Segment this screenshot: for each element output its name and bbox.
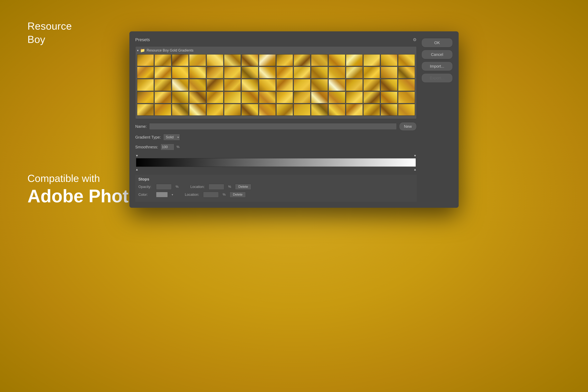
gear-icon[interactable]: ⚙ (413, 37, 417, 42)
gradient-swatch[interactable] (154, 54, 171, 66)
gradient-swatch[interactable] (189, 104, 206, 116)
gradient-type-select[interactable]: Solid Noise (163, 134, 180, 140)
gradient-swatch[interactable] (242, 54, 258, 66)
gradient-swatch[interactable] (276, 67, 293, 78)
gradient-swatch[interactable] (172, 104, 189, 116)
color-location-input[interactable] (203, 192, 219, 198)
chevron-icon[interactable]: ▾ (137, 48, 138, 52)
gradient-swatch[interactable] (294, 104, 310, 116)
gradient-swatch[interactable] (328, 67, 345, 78)
opacity-delete-button[interactable]: Delete (235, 184, 251, 190)
gradient-swatch[interactable] (172, 92, 189, 103)
gradient-swatch[interactable] (259, 54, 276, 66)
gradient-swatch[interactable] (294, 67, 310, 78)
new-button[interactable]: New (399, 122, 417, 131)
gradient-swatch[interactable] (381, 67, 398, 78)
gradient-swatch[interactable] (311, 79, 328, 91)
gradient-swatch[interactable] (242, 104, 258, 116)
gradient-swatch[interactable] (206, 92, 224, 103)
gradient-swatch[interactable] (206, 67, 224, 78)
gradient-swatch[interactable] (311, 104, 328, 116)
gradient-swatch[interactable] (346, 67, 363, 78)
gradient-swatch[interactable] (398, 104, 415, 116)
gradient-swatch[interactable] (381, 54, 398, 66)
gradient-swatch[interactable] (137, 104, 154, 116)
gradient-swatch[interactable] (206, 104, 224, 116)
gradient-swatch[interactable] (259, 104, 276, 116)
name-input[interactable] (149, 123, 397, 130)
gradient-swatch[interactable] (364, 67, 380, 78)
gradient-swatch[interactable] (259, 79, 276, 91)
import-button[interactable]: Import... (422, 62, 453, 71)
export-button[interactable]: Export... (422, 73, 453, 83)
gradient-swatch[interactable] (206, 79, 224, 91)
gradient-swatch[interactable] (381, 92, 398, 103)
gradient-swatch[interactable] (189, 67, 206, 78)
gradient-swatch[interactable] (276, 79, 293, 91)
gradient-swatch[interactable] (172, 79, 189, 91)
gradient-swatch[interactable] (242, 67, 258, 78)
gradient-swatch[interactable] (154, 104, 171, 116)
gradient-swatch[interactable] (328, 104, 345, 116)
gradient-swatch[interactable] (224, 79, 241, 91)
gradient-swatch[interactable] (189, 79, 206, 91)
smoothness-input[interactable] (160, 144, 174, 150)
gradient-swatch[interactable] (154, 92, 171, 103)
gradient-swatch[interactable] (137, 79, 154, 91)
color-stop-right[interactable]: ▴ (414, 167, 416, 172)
gradient-swatch[interactable] (328, 79, 345, 91)
gradient-swatch[interactable] (328, 54, 345, 66)
gradient-swatch[interactable] (137, 67, 154, 78)
gradient-swatch[interactable] (224, 92, 241, 103)
ok-button[interactable]: OK (422, 38, 453, 48)
gradient-swatch[interactable] (398, 67, 415, 78)
gradient-swatch[interactable] (364, 54, 380, 66)
gradient-swatch[interactable] (398, 92, 415, 103)
gradient-swatch[interactable] (259, 67, 276, 78)
gradient-swatch[interactable] (346, 79, 363, 91)
gradient-swatch[interactable] (154, 79, 171, 91)
gradient-swatch[interactable] (311, 67, 328, 78)
gradient-swatch[interactable] (172, 67, 189, 78)
gradient-swatch[interactable] (242, 92, 258, 103)
opacity-stop-left[interactable]: ▾ (136, 154, 138, 158)
gradient-swatch[interactable] (346, 54, 363, 66)
gradient-swatch[interactable] (172, 54, 189, 66)
gradient-swatch[interactable] (364, 104, 380, 116)
color-delete-button[interactable]: Delete (230, 192, 246, 198)
gradient-swatch[interactable] (137, 92, 154, 103)
gradient-swatch[interactable] (189, 92, 206, 103)
gradient-swatch[interactable] (224, 67, 241, 78)
cancel-button[interactable]: Cancel (422, 50, 453, 59)
gradient-swatch[interactable] (346, 104, 363, 116)
gradient-swatch[interactable] (276, 54, 293, 66)
gradient-swatch[interactable] (276, 92, 293, 103)
gradient-preview-bar[interactable] (136, 158, 416, 167)
gradient-swatch[interactable] (328, 92, 345, 103)
gradient-swatch[interactable] (364, 79, 380, 91)
gradient-swatch[interactable] (346, 92, 363, 103)
opacity-value-input[interactable] (156, 184, 172, 190)
color-dropdown-arrow[interactable]: ▾ (172, 193, 173, 196)
opacity-location-input[interactable] (208, 184, 224, 190)
gradient-swatch[interactable] (381, 104, 398, 116)
gradient-swatch[interactable] (294, 92, 310, 103)
gradient-swatch[interactable] (398, 79, 415, 91)
gradient-swatch[interactable] (294, 54, 310, 66)
color-swatch[interactable] (156, 192, 168, 197)
opacity-stop-right[interactable]: ▾ (414, 154, 416, 158)
gradient-swatch[interactable] (276, 104, 293, 116)
color-stop-left[interactable]: ▴ (136, 167, 138, 172)
gradient-swatch[interactable] (154, 67, 171, 78)
gradient-swatch[interactable] (137, 54, 154, 66)
gradient-swatch[interactable] (189, 54, 206, 66)
gradient-swatch[interactable] (294, 79, 310, 91)
gradient-swatch[interactable] (206, 54, 224, 66)
gradient-swatch[interactable] (311, 92, 328, 103)
gradient-swatch[interactable] (381, 79, 398, 91)
gradient-swatch[interactable] (242, 79, 258, 91)
gradient-swatch[interactable] (311, 54, 328, 66)
gradient-swatch[interactable] (224, 54, 241, 66)
gradient-swatch[interactable] (398, 54, 415, 66)
gradient-swatch[interactable] (364, 92, 380, 103)
